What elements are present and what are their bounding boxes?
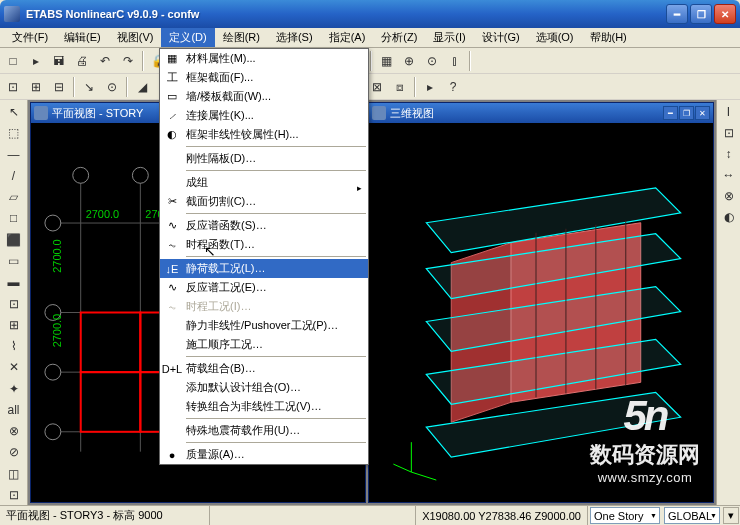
toolbar-button[interactable]: ⧈ xyxy=(389,76,411,98)
right-tool-button[interactable]: ⊗ xyxy=(719,186,739,206)
child-min[interactable]: ━ xyxy=(663,106,678,120)
right-tool-button[interactable]: ↔ xyxy=(719,165,739,185)
menu-item[interactable]: 选项(O) xyxy=(528,28,582,47)
menu-item[interactable]: 工框架截面(F)... xyxy=(160,68,368,87)
toolbar-button[interactable]: ◢ xyxy=(131,76,153,98)
menu-item[interactable]: 显示(I) xyxy=(425,28,473,47)
menu-item[interactable]: 帮助(H) xyxy=(582,28,635,47)
toolbar-button[interactable]: ⊕ xyxy=(398,50,420,72)
menu-item[interactable]: ∿反应谱函数(S)… xyxy=(160,216,368,235)
menu-item[interactable]: 指定(A) xyxy=(321,28,374,47)
menu-item[interactable]: 定义(D) xyxy=(161,28,214,47)
right-tool-button[interactable]: ◐ xyxy=(719,207,739,227)
toolbar-button[interactable]: ▦ xyxy=(375,50,397,72)
toolbar-button[interactable]: ↘ xyxy=(78,76,100,98)
menu-item[interactable]: 转换组合为非线性工况(V)… xyxy=(160,397,368,416)
menu-item-icon: ↓E xyxy=(164,261,180,277)
status-dropdown-button[interactable]: ▾ xyxy=(723,507,739,524)
menu-item[interactable]: 设计(G) xyxy=(474,28,528,47)
menu-item[interactable]: 绘图(R) xyxy=(215,28,268,47)
statusbar: 平面视图 - STORY3 - 标高 9000 X19080.00 Y27838… xyxy=(0,505,740,525)
maximize-button[interactable]: ❐ xyxy=(690,4,712,24)
right-tool-button[interactable]: I xyxy=(719,102,739,122)
toolbar-button[interactable]: ▸ xyxy=(419,76,441,98)
menu-item[interactable]: D+L荷载组合(B)… xyxy=(160,359,368,378)
toolbar-button[interactable]: □ xyxy=(2,50,24,72)
toolbar-button[interactable]: 🖬 xyxy=(48,50,70,72)
menu-item[interactable]: 成组 xyxy=(160,173,368,192)
svg-point-14 xyxy=(45,364,61,380)
left-tool-button[interactable]: □ xyxy=(2,208,26,228)
left-tool-button[interactable]: ✦ xyxy=(2,378,26,398)
menu-item[interactable]: 刚性隔板(D)… xyxy=(160,149,368,168)
left-tool-button[interactable]: ⊡ xyxy=(2,293,26,313)
child-titlebar-3d[interactable]: 三维视图 ━ ❐ ✕ xyxy=(369,103,713,123)
left-tool-button[interactable]: ⬛ xyxy=(2,230,26,250)
left-tool-button[interactable]: ⊘ xyxy=(2,442,26,462)
menu-item[interactable]: 文件(F) xyxy=(4,28,56,47)
left-tool-button[interactable]: ⌇ xyxy=(2,336,26,356)
menu-item[interactable]: ⟋连接属性(K)... xyxy=(160,106,368,125)
left-tool-button[interactable]: ↖ xyxy=(2,102,26,122)
story-combo[interactable]: One Story xyxy=(590,507,660,524)
menu-item-icon xyxy=(164,318,180,334)
menu-item[interactable]: 施工顺序工况… xyxy=(160,335,368,354)
toolbar-button[interactable]: ↷ xyxy=(117,50,139,72)
minimize-button[interactable]: ━ xyxy=(666,4,688,24)
menu-item[interactable]: ◐框架非线性铰属性(H)... xyxy=(160,125,368,144)
left-tool-button[interactable]: / xyxy=(2,166,26,186)
right-tool-button[interactable]: ⊡ xyxy=(719,123,739,143)
left-tool-button[interactable]: ◫ xyxy=(2,464,26,484)
close-button[interactable]: ✕ xyxy=(714,4,736,24)
menu-item[interactable]: ✂截面切割(C)… xyxy=(160,192,368,211)
menu-item[interactable]: ⏦时程函数(T)… xyxy=(160,235,368,254)
toolbar-button[interactable]: ⊠ xyxy=(366,76,388,98)
left-tool-button[interactable]: ✕ xyxy=(2,357,26,377)
menu-item-icon: ▭ xyxy=(164,89,180,105)
menu-item-icon xyxy=(164,423,180,439)
child-close[interactable]: ✕ xyxy=(695,106,710,120)
menu-item[interactable]: 编辑(E) xyxy=(56,28,109,47)
toolbar-button[interactable]: ? xyxy=(442,76,464,98)
svg-rect-20 xyxy=(81,313,141,373)
toolbar-button[interactable]: ⊙ xyxy=(421,50,443,72)
right-tool-button[interactable]: ↕ xyxy=(719,144,739,164)
menu-item[interactable]: ▭墙/楼板截面(W)... xyxy=(160,87,368,106)
menu-item-icon xyxy=(164,399,180,415)
left-tool-button[interactable]: ⊞ xyxy=(2,315,26,335)
toolbar-button[interactable]: ⊟ xyxy=(48,76,70,98)
3d-view-canvas[interactable] xyxy=(369,123,713,502)
menu-item[interactable]: 特殊地震荷载作用(U)… xyxy=(160,421,368,440)
menu-item[interactable]: 选择(S) xyxy=(268,28,321,47)
toolbar-button[interactable]: ⊡ xyxy=(2,76,24,98)
menu-item[interactable]: 分析(Z) xyxy=(373,28,425,47)
toolbar-button[interactable]: ⊞ xyxy=(25,76,47,98)
menu-separator xyxy=(186,418,366,419)
left-tool-button[interactable]: ▱ xyxy=(2,187,26,207)
toolbar-button[interactable]: ▸ xyxy=(25,50,47,72)
status-coords: X19080.00 Y27838.46 Z9000.00 xyxy=(416,506,588,525)
left-tool-button[interactable]: all xyxy=(2,400,26,420)
left-tool-button[interactable]: ⬚ xyxy=(2,123,26,143)
menu-separator xyxy=(186,146,366,147)
left-tool-button[interactable]: ⊡ xyxy=(2,485,26,505)
units-combo[interactable]: GLOBAL xyxy=(664,507,720,524)
left-tool-button[interactable]: ⊗ xyxy=(2,421,26,441)
menu-item[interactable]: ●质量源(A)… xyxy=(160,445,368,464)
toolbar-button[interactable]: ↶ xyxy=(94,50,116,72)
toolbar-button[interactable]: ⊙ xyxy=(101,76,123,98)
menu-item[interactable]: ▦材料属性(M)... xyxy=(160,49,368,68)
menu-item[interactable]: 添加默认设计组合(O)… xyxy=(160,378,368,397)
toolbar-button[interactable]: 🖨 xyxy=(71,50,93,72)
menu-item[interactable]: 静力非线性/Pushover工况(P)… xyxy=(160,316,368,335)
menu-item[interactable]: ∿反应谱工况(E)… xyxy=(160,278,368,297)
menu-item[interactable]: 视图(V) xyxy=(109,28,162,47)
toolbar-separator xyxy=(73,77,75,97)
toolbar-button[interactable]: ⫿ xyxy=(444,50,466,72)
menu-item[interactable]: ↓E静荷载工况(L)… xyxy=(160,259,368,278)
left-tool-button[interactable]: ▬ xyxy=(2,272,26,292)
child-max[interactable]: ❐ xyxy=(679,106,694,120)
menu-item-label: 墙/楼板截面(W)... xyxy=(186,89,271,104)
left-tool-button[interactable]: — xyxy=(2,145,26,165)
left-tool-button[interactable]: ▭ xyxy=(2,251,26,271)
